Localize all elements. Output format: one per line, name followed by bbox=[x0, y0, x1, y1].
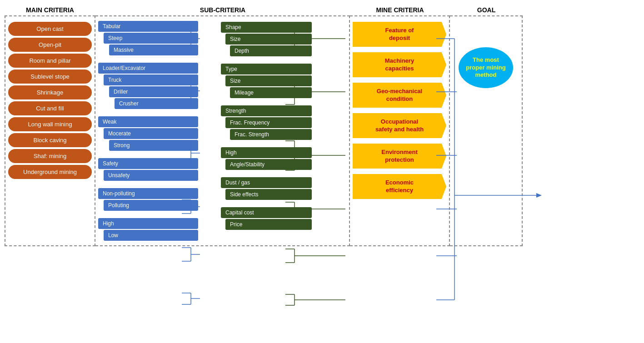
green-tab: Side effects bbox=[225, 189, 312, 200]
mine-criteria-item: Geo-mechanical condition bbox=[353, 83, 446, 108]
green-tab: Dust / gas bbox=[221, 177, 312, 188]
green-tab: Size bbox=[225, 75, 312, 86]
green-tab: Shape bbox=[221, 22, 312, 33]
green-tab: High bbox=[221, 147, 312, 158]
main-criteria-column: Open castOpen-pitRoom and pillarSublevel… bbox=[5, 15, 95, 246]
blue-tab: Safety bbox=[98, 158, 198, 169]
blue-tab: Driller bbox=[109, 86, 198, 97]
mine-criteria-item: Environment protection bbox=[353, 144, 446, 169]
sub-left-group: SafetyUnsafety bbox=[98, 158, 198, 182]
blue-tab: Low bbox=[104, 230, 198, 241]
goal-column: The most proper mining method bbox=[450, 15, 523, 246]
main-criteria-item: Shrinkage bbox=[8, 85, 92, 99]
blue-tab: Massive bbox=[109, 45, 198, 55]
main-criteria-item: Cut and fill bbox=[8, 101, 92, 115]
green-tab: Frac. Frequency bbox=[225, 117, 312, 128]
mine-criteria-item: Occupational safety and health bbox=[353, 113, 446, 138]
mine-criteria-item: Economic efficiency bbox=[353, 174, 446, 199]
header-sub: SUB-CRITERIA bbox=[95, 5, 350, 15]
sub-left-group: Non-pollutingPolluting bbox=[98, 188, 198, 212]
main-criteria-item: Open cast bbox=[8, 22, 92, 36]
green-tab: Frac. Strength bbox=[230, 129, 312, 140]
blue-tab: Strong bbox=[109, 140, 198, 151]
sub-right-group: Dust / gasSide effects bbox=[221, 177, 312, 201]
green-tab: Angle/Stability bbox=[225, 159, 312, 170]
main-criteria-item: Shaf: mining bbox=[8, 149, 92, 163]
goal-ellipse: The most proper mining method bbox=[459, 47, 513, 88]
main-criteria-item: Room and pillar bbox=[8, 54, 92, 68]
blue-tab: Tabular bbox=[98, 21, 198, 32]
blue-tab: Mocerate bbox=[104, 128, 198, 139]
green-tab: Depth bbox=[230, 45, 312, 56]
sub-right-group: ShapeSizeDepth bbox=[221, 22, 312, 57]
green-tab: Price bbox=[225, 219, 312, 230]
sub-right-group: TypeSizeMileage bbox=[221, 64, 312, 99]
mine-criteria-column: Feature of depositMachinery capacitiesGe… bbox=[350, 15, 450, 246]
blue-tab: Steep bbox=[104, 33, 198, 44]
blue-tab: Truck bbox=[104, 75, 198, 85]
header-mine: MINE CRITERIA bbox=[350, 5, 450, 15]
green-tab: Size bbox=[225, 34, 312, 45]
blue-tab: Loader/Excavator bbox=[98, 63, 198, 74]
blue-tab: Polluting bbox=[104, 200, 198, 211]
sub-right-group: Capital costPrice bbox=[221, 207, 312, 231]
green-tab: Mileage bbox=[230, 87, 312, 98]
blue-tab: Unsafety bbox=[104, 170, 198, 181]
mine-criteria-item: Feature of deposit bbox=[353, 22, 446, 47]
sub-right-group: StrengthFrac. FrequencyFrac. Strength bbox=[221, 105, 312, 141]
main-criteria-item: Sublevel stope bbox=[8, 70, 92, 84]
blue-tab: Weak bbox=[98, 116, 198, 127]
goal-label: The most proper mining method bbox=[463, 56, 509, 80]
header-main: MAIN CRITERIA bbox=[5, 5, 95, 15]
green-tab: Type bbox=[221, 64, 312, 75]
green-tab: Strength bbox=[221, 105, 312, 116]
main-criteria-item: Open-pit bbox=[8, 38, 92, 52]
sub-left-group: TabularSteepMassive bbox=[98, 21, 198, 56]
main-criteria-item: Underground mining bbox=[8, 165, 92, 179]
sub-left-group: Loader/ExcavatorTruckDrillerCrusher bbox=[98, 63, 198, 110]
main-criteria-item: Block caving bbox=[8, 133, 92, 147]
blue-tab: Crusher bbox=[115, 98, 198, 109]
sub-criteria-column: TabularSteepMassiveLoader/ExcavatorTruck… bbox=[95, 15, 350, 246]
green-tab: Capital cost bbox=[221, 207, 312, 218]
blue-tab: High bbox=[98, 218, 198, 229]
diagram-wrapper: MAIN CRITERIA SUB-CRITERIA MINE CRITERIA… bbox=[5, 5, 639, 246]
blue-tab: Non-polluting bbox=[98, 188, 198, 199]
sub-left-group: HighLow bbox=[98, 218, 198, 242]
header-goal: GOAL bbox=[450, 5, 523, 15]
sub-right-group: HighAngle/Stability bbox=[221, 147, 312, 171]
main-criteria-item: Long wall mining bbox=[8, 117, 92, 131]
sub-left-group: WeakMocerateStrong bbox=[98, 116, 198, 152]
mine-criteria-item: Machinery capacities bbox=[353, 52, 446, 77]
